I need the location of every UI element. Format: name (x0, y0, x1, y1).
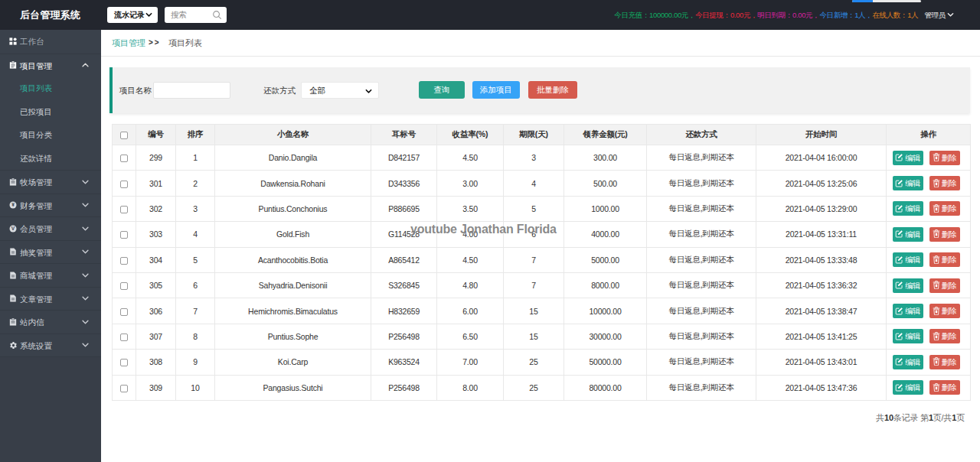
svg-text:V: V (11, 226, 15, 231)
svg-text:¥: ¥ (11, 203, 15, 208)
